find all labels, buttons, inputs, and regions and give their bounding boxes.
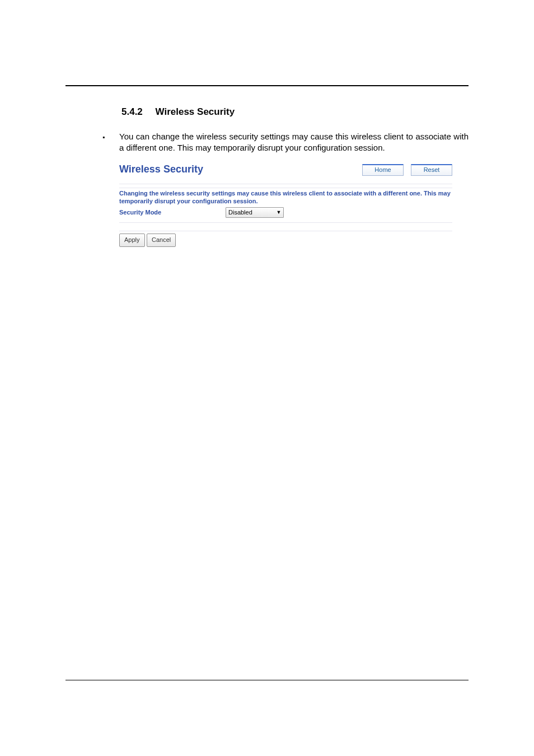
- settings-table: Security Mode Disabled ▼: [119, 207, 452, 218]
- reset-button[interactable]: Reset: [411, 164, 452, 176]
- separator: [119, 222, 452, 231]
- screenshot-nav-buttons: Home Reset: [362, 164, 452, 176]
- security-mode-row: Security Mode Disabled ▼: [119, 207, 452, 218]
- section-number: 5.4.2: [121, 106, 143, 118]
- security-mode-select[interactable]: Disabled ▼: [226, 207, 284, 218]
- section-title: Wireless Security: [156, 106, 235, 117]
- screenshot-title: Wireless Security: [119, 164, 203, 175]
- home-button[interactable]: Home: [362, 164, 404, 176]
- apply-button[interactable]: Apply: [119, 234, 145, 247]
- form-buttons: Apply Cancel: [119, 231, 452, 247]
- screenshot-header: Wireless Security Home Reset: [119, 164, 452, 176]
- bullet-mark: ▪: [102, 131, 119, 154]
- content: 5.4.2 Wireless Security ▪ You can change…: [65, 106, 469, 247]
- footer-rule: [65, 680, 469, 680]
- security-mode-label: Security Mode: [119, 207, 226, 218]
- bullet-paragraph: ▪ You can change the wireless security s…: [102, 131, 469, 154]
- config-screenshot: Wireless Security Home Reset Changing th…: [119, 164, 452, 247]
- bullet-text: You can change the wireless security set…: [119, 131, 469, 154]
- warning-message: Changing the wireless security settings …: [119, 189, 452, 206]
- chevron-down-icon: ▼: [274, 209, 283, 215]
- section-heading: 5.4.2 Wireless Security: [121, 106, 469, 118]
- security-mode-value: Disabled: [228, 209, 252, 216]
- header-rule: [65, 85, 469, 86]
- page: 5.4.2 Wireless Security ▪ You can change…: [0, 0, 534, 756]
- separator: [119, 184, 452, 188]
- cancel-button[interactable]: Cancel: [147, 234, 176, 247]
